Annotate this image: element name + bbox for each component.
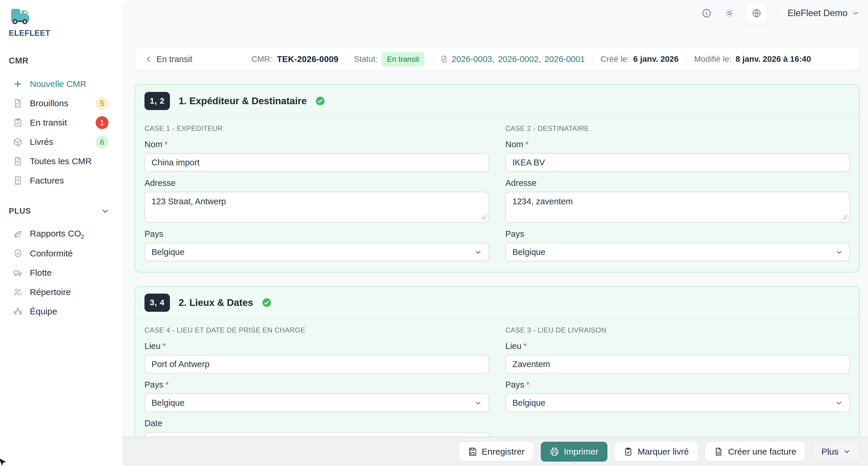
topbar: EleFleet Demo <box>133 0 860 26</box>
nom-expediteur-input[interactable] <box>145 153 489 172</box>
field-lieu-livraison: Lieu* <box>505 341 850 374</box>
field-date-prise-en-charge: Date <box>145 418 489 437</box>
shield-check-icon <box>13 248 23 259</box>
section-header: 1, 2 1. Expéditeur & Destinataire <box>135 85 859 117</box>
status-group: Statut: En transit <box>354 52 424 66</box>
sidebar-item-flotte[interactable]: Flotte <box>0 263 123 283</box>
theme-button[interactable] <box>723 7 736 20</box>
created-value: 6 janv. 2026 <box>633 54 679 64</box>
clipboard-check-icon <box>623 447 633 456</box>
field-label: Lieu <box>145 341 160 351</box>
save-button[interactable]: Enregistrer <box>459 442 534 462</box>
invoice-icon <box>714 447 723 456</box>
chevron-left-icon <box>145 55 152 63</box>
sidebar-item-label: Toutes les CMR <box>30 156 92 166</box>
clipboard-check-icon <box>13 117 23 128</box>
sidebar-item-repertoire[interactable]: Répertoire <box>0 283 123 302</box>
field-label: Pays <box>505 380 524 389</box>
sidebar-item-label: En transit <box>30 118 67 127</box>
check-circle-icon <box>315 96 325 106</box>
field-nom-destinataire: Nom* <box>505 140 850 172</box>
leaf-icon <box>13 229 23 239</box>
mouse-cursor <box>0 457 8 466</box>
sidebar: ELEFLEET CMR Nouvelle CMR Brouillons 5 <box>0 0 123 466</box>
count-badge: 1 <box>96 116 108 129</box>
related-cmr-link[interactable]: 2026-0002, <box>498 54 541 64</box>
adresse-destinataire-textarea[interactable]: 1234, zaventem <box>505 192 850 223</box>
pays-livraison-select[interactable]: Belgique <box>505 394 850 412</box>
more-actions-label: Plus <box>822 447 838 457</box>
section-case-badge: 3, 4 <box>145 294 170 312</box>
account-menu[interactable]: EleFleet Demo <box>787 8 860 19</box>
case-label: CASE 3 - LIEU DE LIVRAISON <box>505 326 850 334</box>
cmr-number: TEK-2026-0009 <box>277 54 338 64</box>
file-icon <box>440 55 448 63</box>
create-invoice-button[interactable]: Créer une facture <box>705 442 805 462</box>
nom-destinataire-input[interactable] <box>505 153 850 172</box>
related-cmr-link[interactable]: 2026-0001 <box>545 54 585 64</box>
adresse-expediteur-textarea[interactable]: 123 Straat, Antwerp <box>145 192 489 223</box>
content-scroll-area[interactable]: En transit CMR: TEK-2026-0009 Statut: En… <box>123 26 868 437</box>
lieu-livraison-input[interactable] <box>505 355 850 374</box>
field-lieu-prise-en-charge: Lieu* <box>145 341 489 374</box>
required-asterisk: * <box>165 380 168 389</box>
users-icon <box>13 287 23 297</box>
pays-prise-en-charge-select[interactable]: Belgique <box>145 394 489 412</box>
chevron-down-icon <box>843 448 851 456</box>
field-label: Pays <box>145 380 163 389</box>
save-button-label: Enregistrer <box>482 447 525 457</box>
print-button[interactable]: Imprimer <box>541 442 608 462</box>
mark-delivered-button[interactable]: Marquer livré <box>615 442 698 462</box>
topbar-divider <box>777 6 778 20</box>
related-cmr-link[interactable]: 2026-0003, <box>452 54 495 64</box>
sidebar-item-livres[interactable]: Livrés 6 <box>0 132 123 152</box>
sidebar-item-equipe[interactable]: Équipe <box>0 302 123 321</box>
sidebar-item-rapports-co2[interactable]: Rapports CO2 <box>0 225 123 244</box>
info-button[interactable] <box>700 7 713 20</box>
field-label: Nom <box>505 140 523 149</box>
print-button-label: Imprimer <box>564 447 598 457</box>
app-logo[interactable]: ELEFLEET <box>0 8 123 38</box>
truck-icon <box>13 267 23 278</box>
sidebar-heading-cmr: CMR <box>0 56 123 65</box>
sidebar-item-label: Livrés <box>30 137 53 147</box>
save-icon <box>468 447 477 456</box>
sidebar-item-conformite[interactable]: Conformité <box>0 244 123 263</box>
sidebar-item-nouvelle-cmr[interactable]: Nouvelle CMR <box>0 74 123 94</box>
truck-logo-icon <box>9 8 33 26</box>
account-label: EleFleet Demo <box>787 8 847 19</box>
field-pays-livraison: Pays* Belgique <box>505 380 850 412</box>
created-group: Créé le: 6 janv. 2026 <box>600 54 679 64</box>
sidebar-section-plus-toggle[interactable]: PLUS <box>0 207 123 216</box>
sidebar-item-brouillons[interactable]: Brouillons 5 <box>0 94 123 113</box>
required-asterisk: * <box>525 140 528 149</box>
lieu-prise-en-charge-input[interactable] <box>145 355 489 374</box>
sidebar-item-label: Brouillons <box>30 98 68 108</box>
date-prise-en-charge-input[interactable] <box>145 432 489 437</box>
more-actions-button[interactable]: Plus <box>812 442 860 462</box>
modified-group: Modifié le: 8 janv. 2026 à 16:40 <box>694 54 811 64</box>
plus-icon <box>13 79 23 89</box>
field-label: Adresse <box>145 178 489 188</box>
required-asterisk: * <box>524 341 527 351</box>
field-pays-destinataire: Pays Belgique <box>505 229 850 261</box>
chevron-down-icon <box>851 9 860 17</box>
back-link-label: En transit <box>156 54 192 64</box>
case-label: CASE 2 - DESTINATAIRE <box>505 124 850 133</box>
cmr-number-group: CMR: TEK-2026-0009 <box>251 54 339 64</box>
section-body: CASE 1 - EXPÉDITEUR Nom* Adresse 123 Str… <box>135 117 859 272</box>
section-body: CASE 4 - LIEU ET DATE DE PRISE EN CHARGE… <box>135 319 859 437</box>
required-asterisk: * <box>164 140 167 149</box>
pays-expediteur-select[interactable]: Belgique <box>145 243 489 261</box>
main-area: EleFleet Demo En transit CMR: TEK-2026-0… <box>123 0 868 466</box>
sidebar-item-toutes-les-cmr[interactable]: Toutes les CMR <box>0 152 123 171</box>
language-button[interactable] <box>746 2 767 24</box>
sidebar-item-en-transit[interactable]: En transit 1 <box>0 113 123 132</box>
sidebar-item-factures[interactable]: Factures <box>0 171 123 190</box>
pays-destinataire-select[interactable]: Belgique <box>505 243 850 261</box>
created-label: Créé le: <box>600 54 629 64</box>
related-cmr-links: 2026-0003, 2026-0002, 2026-0001 <box>440 54 585 64</box>
back-link[interactable]: En transit <box>145 54 192 64</box>
field-adresse-expediteur: Adresse 123 Straat, Antwerp <box>145 178 489 223</box>
sidebar-item-label: Conformité <box>30 249 73 259</box>
